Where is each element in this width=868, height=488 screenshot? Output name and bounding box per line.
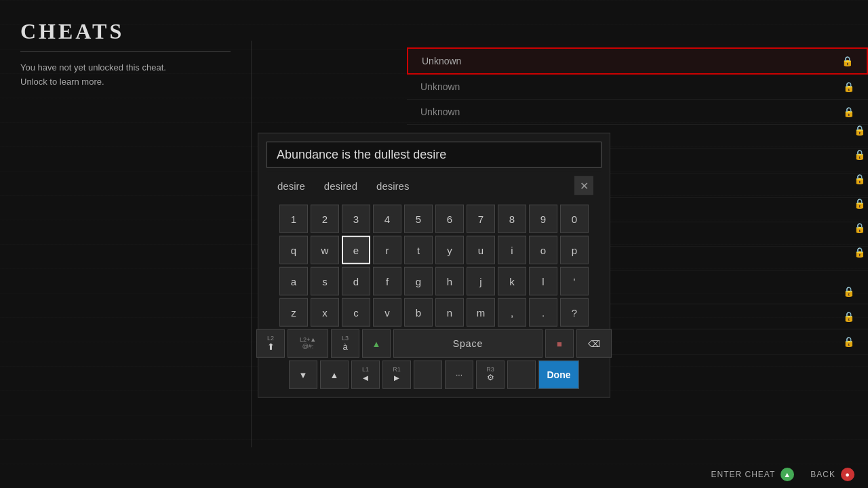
key-l2-shift[interactable]: L2 ⬆ (256, 329, 285, 358)
key-g[interactable]: g (404, 267, 433, 296)
key-question[interactable]: ? (560, 298, 589, 327)
keyboard-overlay: desire desired desires ✕ 1 2 3 4 5 6 7 8… (258, 133, 610, 398)
panel-divider (251, 41, 252, 447)
key-a[interactable]: a (279, 267, 308, 296)
key-r[interactable]: r (373, 236, 401, 264)
key-7[interactable]: 7 (467, 205, 495, 233)
key-6[interactable]: 6 (435, 205, 464, 233)
key-t[interactable]: t (404, 236, 433, 264)
key-blank2[interactable] (507, 361, 536, 389)
key-space[interactable]: Space (393, 329, 542, 358)
key-8[interactable]: 8 (498, 205, 526, 233)
lock-icon: 🔒 (854, 247, 868, 258)
key-u[interactable]: u (467, 236, 495, 264)
key-s[interactable]: s (311, 267, 339, 296)
autocomplete-word-0[interactable]: desire (275, 178, 308, 192)
keyboard-row-zxcv: z x c v b n m , . ? (267, 298, 601, 327)
key-2[interactable]: 2 (311, 205, 339, 233)
lock-icon: 🔒 (843, 106, 854, 117)
key-done[interactable]: Done (538, 361, 579, 389)
key-o[interactable]: o (529, 236, 557, 264)
key-1[interactable]: 1 (279, 205, 308, 233)
key-f[interactable]: f (373, 267, 401, 296)
key-comma[interactable]: , (498, 298, 526, 327)
key-d[interactable]: d (342, 267, 370, 296)
lock-icon: 🔒 (854, 222, 868, 234)
enter-cheat-label: Enter Cheat (711, 470, 776, 479)
lock-icon: 🔒 (843, 286, 854, 297)
title-divider (20, 51, 231, 52)
bottom-bar: Enter Cheat ▲ Back ● (407, 461, 868, 488)
keyboard-row-special1: L2 ⬆ L2+▲ @#: L3 à ▲ Space ■ ⌫ (267, 329, 601, 358)
unlock-message: You have not yet unlocked this cheat. Un… (20, 61, 231, 89)
key-triangle-up[interactable]: ▲ (362, 329, 391, 358)
key-r3[interactable]: R3 ⚙ (476, 361, 505, 389)
key-p[interactable]: p (560, 236, 589, 264)
key-down-arrow[interactable]: ▼ (289, 361, 317, 389)
key-0[interactable]: 0 (560, 205, 589, 233)
key-l[interactable]: l (529, 267, 557, 296)
key-apostrophe[interactable]: ' (560, 267, 589, 296)
lock-icon: 🔒 (842, 56, 853, 66)
lock-icon: 🔒 (843, 336, 854, 347)
autocomplete-row: desire desired desires ✕ (267, 172, 601, 199)
key-r1-right[interactable]: R1 ► (382, 361, 411, 389)
keyboard-row-asdf: a s d f g h j k l ' (267, 267, 601, 296)
key-z[interactable]: z (279, 298, 308, 327)
key-9[interactable]: 9 (529, 205, 557, 233)
key-square[interactable]: ■ (545, 329, 574, 358)
key-i[interactable]: i (498, 236, 526, 264)
key-blank1[interactable] (414, 361, 442, 389)
key-x[interactable]: x (311, 298, 339, 327)
key-4[interactable]: 4 (373, 205, 401, 233)
left-panel: CHEATS You have not yet unlocked this ch… (0, 0, 251, 488)
page-title: CHEATS (20, 19, 231, 44)
keyboard-row-qwerty: q w e r t y u i o p (267, 236, 601, 264)
key-b[interactable]: b (404, 298, 433, 327)
key-k[interactable]: k (498, 267, 526, 296)
cheat-item-label: Unknown (420, 81, 460, 92)
cheat-item-label: Unknown (420, 106, 460, 117)
lock-icon: 🔒 (854, 198, 868, 209)
key-up-arrow[interactable]: ▲ (320, 361, 349, 389)
autocomplete-close-button[interactable]: ✕ (574, 176, 593, 195)
key-l1-left[interactable]: L1 ◄ (351, 361, 380, 389)
key-m[interactable]: m (467, 298, 495, 327)
lock-icon: 🔒 (843, 81, 854, 92)
key-w[interactable]: w (311, 236, 339, 264)
enter-cheat-action[interactable]: Enter Cheat ▲ (711, 468, 795, 481)
autocomplete-word-1[interactable]: desired (321, 178, 360, 192)
lock-icon: 🔒 (843, 311, 854, 322)
key-j[interactable]: j (467, 267, 495, 296)
cheat-item-selected[interactable]: Unknown 🔒 (407, 47, 868, 75)
key-q[interactable]: q (279, 236, 308, 264)
cheat-text-input-wrapper[interactable] (267, 142, 601, 168)
key-3[interactable]: 3 (342, 205, 370, 233)
keyboard-row-numbers: 1 2 3 4 5 6 7 8 9 0 (267, 205, 601, 233)
key-period[interactable]: . (529, 298, 557, 327)
key-backspace[interactable]: ⌫ (576, 329, 612, 358)
autocomplete-word-2[interactable]: desires (374, 178, 412, 192)
key-v[interactable]: v (373, 298, 401, 327)
key-h[interactable]: h (435, 267, 464, 296)
cheat-item-label: Unknown (422, 56, 461, 66)
cheat-item[interactable]: Unknown 🔒 (407, 100, 868, 125)
key-e[interactable]: e (342, 236, 370, 264)
lock-icon: 🔒 (854, 149, 868, 161)
triangle-button: ▲ (781, 468, 794, 481)
key-y[interactable]: y (435, 236, 464, 264)
page: CHEATS You have not yet unlocked this ch… (0, 0, 868, 488)
back-action[interactable]: Back ● (810, 468, 854, 481)
lock-icon: 🔒 (854, 174, 868, 185)
key-c[interactable]: c (342, 298, 370, 327)
keyboard-row-special2: ▼ ▲ L1 ◄ R1 ► ··· R3 ⚙ Done (267, 361, 601, 389)
key-l2-symbols[interactable]: L2+▲ @#: (288, 329, 328, 358)
keyboard-grid: 1 2 3 4 5 6 7 8 9 0 q w e r t y u i (258, 199, 610, 397)
key-dots[interactable]: ··· (445, 361, 473, 389)
key-5[interactable]: 5 (404, 205, 433, 233)
key-n[interactable]: n (435, 298, 464, 327)
back-label: Back (810, 470, 835, 479)
cheat-text-input[interactable] (277, 148, 591, 162)
cheat-item[interactable]: Unknown 🔒 (407, 75, 868, 100)
key-l3-accent[interactable]: L3 à (331, 329, 359, 358)
